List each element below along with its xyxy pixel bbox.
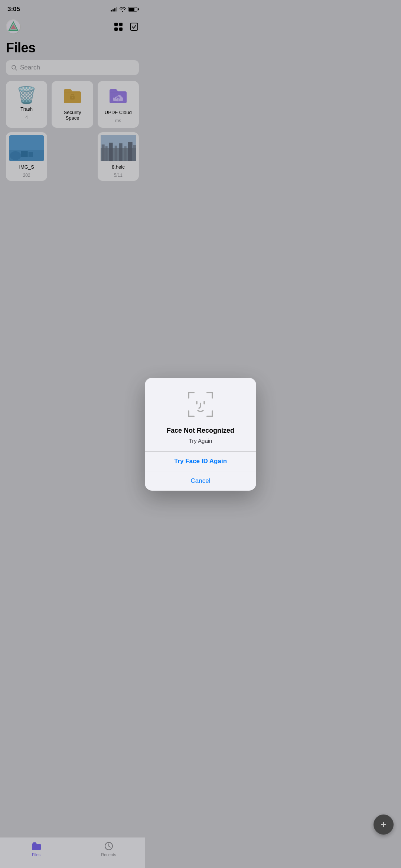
modal-overlay: Face Not Recognized Try Again Try Face I…: [0, 0, 145, 313]
